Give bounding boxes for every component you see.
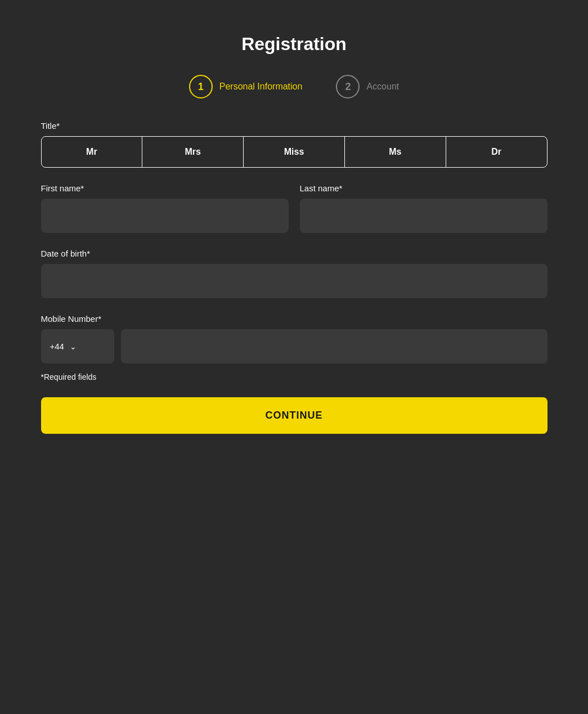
step-1: 1 Personal Information	[189, 75, 303, 98]
name-row: First name* Last name*	[41, 183, 547, 233]
title-field-group: Title* Mr Mrs Miss Ms Dr	[41, 121, 547, 168]
title-miss[interactable]: Miss	[244, 137, 345, 167]
page-title: Registration	[41, 34, 547, 55]
step-2-label: Account	[366, 82, 399, 92]
title-selector: Mr Mrs Miss Ms Dr	[41, 136, 547, 168]
first-name-label: First name*	[41, 183, 289, 193]
step-2: 2 Account	[336, 75, 399, 98]
continue-button[interactable]: CONTINUE	[41, 397, 547, 434]
last-name-input[interactable]	[300, 199, 547, 233]
title-ms[interactable]: Ms	[345, 137, 446, 167]
title-field-label: Title*	[41, 121, 547, 131]
title-dr[interactable]: Dr	[446, 137, 547, 167]
step-1-label: Personal Information	[219, 82, 303, 92]
country-code-text: +44	[50, 342, 64, 351]
mobile-field-group: Mobile Number* +44 ⌄	[41, 314, 547, 363]
first-name-field: First name*	[41, 183, 289, 233]
page-container: Registration 1 Personal Information 2 Ac…	[0, 0, 588, 714]
mobile-input-wrapper	[121, 329, 547, 363]
dob-field-group: Date of birth*	[41, 249, 547, 298]
chevron-down-icon: ⌄	[70, 342, 77, 351]
step-2-circle: 2	[336, 75, 360, 98]
steps-container: 1 Personal Information 2 Account	[41, 75, 547, 98]
first-name-input[interactable]	[41, 199, 289, 233]
last-name-label: Last name*	[300, 183, 547, 193]
dob-input[interactable]	[41, 264, 547, 298]
last-name-field: Last name*	[300, 183, 547, 233]
step-1-circle: 1	[189, 75, 213, 98]
mobile-row: +44 ⌄	[41, 329, 547, 363]
title-mr[interactable]: Mr	[42, 137, 143, 167]
mobile-label: Mobile Number*	[41, 314, 547, 324]
form-wrapper: Registration 1 Personal Information 2 Ac…	[41, 23, 547, 445]
country-code-selector[interactable]: +44 ⌄	[41, 329, 114, 363]
title-mrs[interactable]: Mrs	[142, 137, 244, 167]
mobile-number-input[interactable]	[121, 329, 547, 363]
dob-label: Date of birth*	[41, 249, 547, 258]
required-note: *Required fields	[41, 372, 547, 381]
